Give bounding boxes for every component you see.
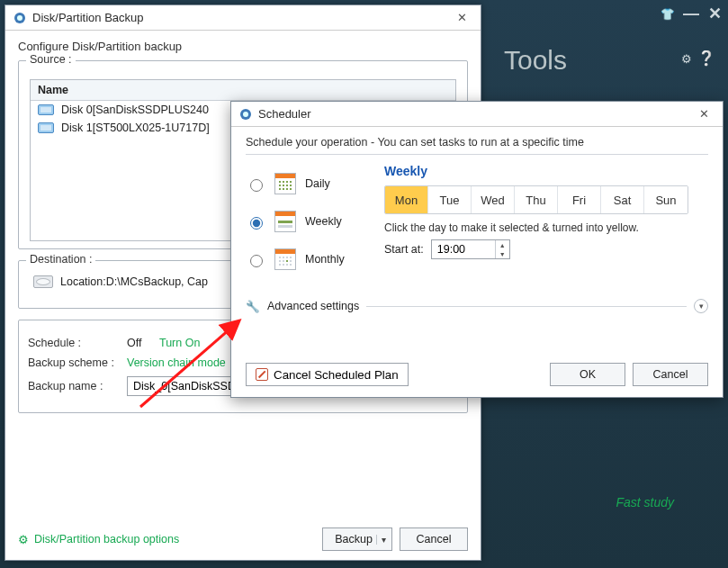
schedule-state: Off: [127, 337, 159, 349]
hdd-icon: [33, 275, 53, 288]
minimize-icon[interactable]: —: [683, 5, 699, 23]
close-icon[interactable]: ✕: [450, 11, 473, 24]
dialog-title: Disk/Partition Backup: [32, 11, 450, 24]
source-label: Source :: [26, 53, 76, 66]
disk-name: Disk 1[ST500LX025-1U717D]: [61, 122, 210, 134]
disk-name: Disk 0[SanDiskSSDPLUS240: [61, 104, 209, 116]
calendar-weekly-icon: [274, 211, 296, 232]
wrench-icon: 🔧: [246, 300, 260, 313]
spinner-arrows[interactable]: ▲ ▼: [495, 240, 509, 258]
start-time-input[interactable]: [432, 240, 495, 258]
start-at-label: Start at:: [384, 243, 424, 256]
gear-icon: ⚙: [18, 533, 29, 546]
backup-name-label: Backup name :: [28, 380, 127, 392]
chevron-down-icon[interactable]: ▼: [496, 249, 509, 258]
gear-icon[interactable]: ⚙: [681, 52, 692, 66]
day-hint: Click the day to make it selected & turn…: [384, 221, 708, 234]
schedule-label: Schedule :: [28, 337, 127, 349]
cancel-scheduled-plan-button[interactable]: Cancel Scheduled Plan: [246, 363, 409, 386]
radio-monthly[interactable]: [250, 255, 263, 267]
scheduler-title: Scheduler: [258, 107, 692, 121]
shirt-icon: 👕: [660, 7, 676, 21]
cancel-plan-label: Cancel Scheduled Plan: [274, 368, 399, 382]
backup-options-link[interactable]: ⚙ Disk/Partition backup options: [18, 533, 179, 546]
daily-label: Daily: [305, 177, 330, 190]
scheduler-description: Schedule your operation - You can set ta…: [246, 136, 708, 149]
cancel-button[interactable]: Cancel: [400, 527, 468, 551]
weekly-label: Weekly: [305, 215, 342, 228]
day-mon[interactable]: Mon: [385, 186, 428, 213]
option-daily[interactable]: Daily: [246, 173, 372, 194]
app-icon: [238, 107, 253, 122]
day-fri[interactable]: Fri: [558, 186, 601, 213]
day-thu[interactable]: Thu: [515, 186, 558, 213]
column-name[interactable]: Name: [31, 80, 455, 101]
option-monthly[interactable]: Monthly: [246, 248, 372, 270]
disk-icon: [38, 104, 54, 115]
divider: [366, 306, 687, 307]
day-picker: MonTueWedThuFriSatSun: [384, 185, 688, 214]
location-value: D:\MCsBackup, Cap: [106, 275, 208, 288]
dialog-instruction: Configure Disk/Partition backup: [18, 40, 468, 53]
time-spinner[interactable]: ▲ ▼: [431, 239, 510, 259]
monthly-label: Monthly: [305, 253, 345, 266]
fast-study-link[interactable]: Fast study: [616, 495, 674, 509]
svg-point-3: [243, 112, 248, 117]
ok-button[interactable]: OK: [550, 363, 625, 386]
scheme-label: Backup scheme :: [28, 356, 127, 369]
scheduler-titlebar: Scheduler ✕: [231, 102, 723, 127]
svg-point-1: [17, 15, 22, 21]
close-icon[interactable]: ✕: [692, 107, 715, 121]
chevron-up-icon[interactable]: ▲: [496, 240, 509, 249]
day-tue[interactable]: Tue: [428, 186, 472, 213]
dialog-titlebar: Disk/Partition Backup ✕: [5, 5, 481, 31]
page-title: Tools: [504, 45, 567, 76]
advanced-settings-link[interactable]: Advanced settings: [267, 300, 359, 312]
calendar-monthly-icon: [274, 248, 296, 270]
turn-on-link[interactable]: Turn On: [159, 337, 200, 349]
frequency-heading: Weekly: [384, 164, 708, 178]
chevron-down-icon[interactable]: ▾: [694, 299, 708, 313]
backup-button[interactable]: Backup: [322, 527, 392, 551]
location-prefix: Location:: [60, 275, 106, 288]
radio-daily[interactable]: [250, 179, 263, 192]
backup-options-text: Disk/Partition backup options: [34, 533, 179, 545]
cancel-plan-icon: [256, 368, 268, 381]
cancel-button[interactable]: Cancel: [633, 363, 708, 386]
disk-icon: [38, 122, 54, 133]
app-icon: [13, 11, 27, 25]
radio-weekly[interactable]: [250, 217, 263, 230]
scheme-link[interactable]: Version chain mode: [127, 356, 226, 369]
help-icon[interactable]: ❔: [697, 50, 715, 67]
calendar-daily-icon: [274, 173, 296, 194]
day-sat[interactable]: Sat: [601, 186, 644, 213]
close-icon[interactable]: ✕: [706, 4, 723, 23]
destination-label: Destination :: [26, 253, 95, 266]
day-wed[interactable]: Wed: [472, 186, 515, 213]
day-sun[interactable]: Sun: [644, 186, 688, 213]
option-weekly[interactable]: Weekly: [246, 211, 372, 232]
scheduler-dialog: Scheduler ✕ Schedule your operation - Yo…: [230, 101, 724, 398]
